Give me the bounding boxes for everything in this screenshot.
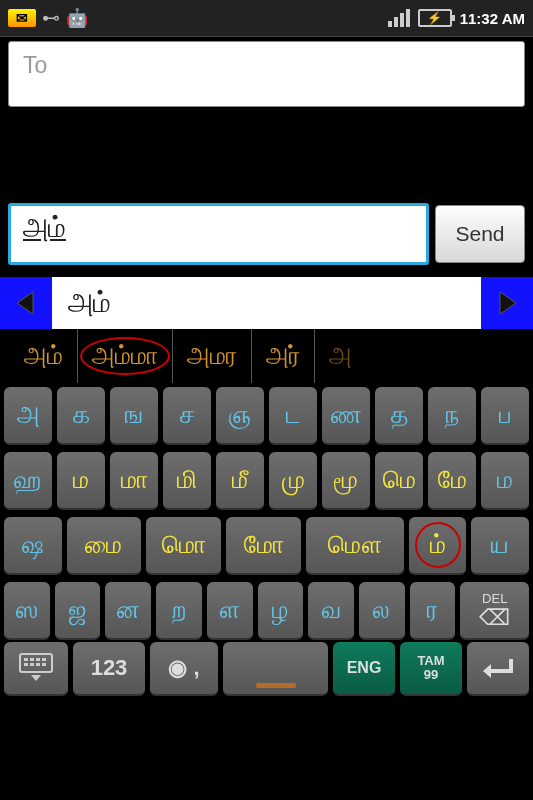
key[interactable]: மெ bbox=[375, 452, 423, 510]
lang-tam-key[interactable]: TAM 99 bbox=[400, 642, 462, 696]
suggestion-item[interactable]: அம் bbox=[10, 329, 78, 383]
voice-key[interactable]: ◉ , bbox=[150, 642, 218, 696]
key[interactable]: ழ bbox=[258, 582, 304, 640]
key[interactable]: ண bbox=[322, 387, 370, 445]
signal-icon bbox=[388, 9, 410, 27]
key[interactable]: மோ bbox=[226, 517, 301, 575]
key[interactable]: ன bbox=[105, 582, 151, 640]
key[interactable]: மை bbox=[67, 517, 142, 575]
suggestion-item[interactable]: அர் bbox=[252, 329, 315, 383]
backspace-icon: ⌫ bbox=[479, 607, 510, 629]
key[interactable]: அ bbox=[4, 387, 52, 445]
suggestion-item[interactable]: அமர bbox=[173, 329, 252, 383]
svg-rect-6 bbox=[30, 663, 34, 666]
status-time: 11:32 AM bbox=[460, 10, 525, 27]
delete-key[interactable]: DEL ⌫ bbox=[460, 582, 529, 640]
lang-eng-key[interactable]: ENG bbox=[333, 642, 395, 696]
send-button[interactable]: Send bbox=[435, 205, 525, 263]
key[interactable]: மி bbox=[163, 452, 211, 510]
key[interactable]: ந bbox=[428, 387, 476, 445]
keyboard-bottom-row: 123 ◉ , ENG TAM 99 bbox=[0, 642, 533, 702]
key[interactable]: ஜ bbox=[55, 582, 101, 640]
key[interactable]: த bbox=[375, 387, 423, 445]
usb-icon: ⊷ bbox=[42, 7, 60, 29]
key[interactable]: ற bbox=[156, 582, 202, 640]
key[interactable]: மே bbox=[428, 452, 476, 510]
battery-icon: ⚡ bbox=[418, 9, 452, 27]
key[interactable]: ம bbox=[481, 452, 529, 510]
enter-key[interactable] bbox=[467, 642, 529, 696]
key[interactable]: மொ bbox=[146, 517, 221, 575]
key[interactable]: ப bbox=[481, 387, 529, 445]
key[interactable]: மௌ bbox=[306, 517, 404, 575]
space-key[interactable] bbox=[223, 642, 328, 696]
key[interactable]: ம bbox=[57, 452, 105, 510]
key[interactable]: ம் bbox=[409, 517, 467, 575]
svg-rect-1 bbox=[24, 658, 28, 661]
key[interactable]: ர bbox=[410, 582, 456, 640]
candidate-main[interactable]: அம் bbox=[52, 277, 481, 329]
key[interactable]: மீ bbox=[216, 452, 264, 510]
android-icon: 🤖 bbox=[66, 7, 88, 29]
svg-rect-5 bbox=[24, 663, 28, 666]
svg-rect-3 bbox=[36, 658, 40, 661]
svg-rect-4 bbox=[42, 658, 46, 661]
svg-rect-2 bbox=[30, 658, 34, 661]
sms-icon: ✉ bbox=[8, 9, 36, 27]
status-bar: ✉ ⊷ 🤖 ⚡ 11:32 AM bbox=[0, 0, 533, 36]
key[interactable]: ல bbox=[359, 582, 405, 640]
suggestion-bar: அம் அம்மா அமர அர் அ bbox=[0, 329, 533, 383]
key[interactable]: மூ bbox=[322, 452, 370, 510]
key[interactable]: ஷ bbox=[4, 517, 62, 575]
key[interactable]: வ bbox=[308, 582, 354, 640]
svg-rect-8 bbox=[42, 663, 46, 666]
key[interactable]: மு bbox=[269, 452, 317, 510]
next-candidate-arrow[interactable] bbox=[481, 277, 533, 329]
to-field[interactable]: To bbox=[8, 41, 525, 107]
delete-label: DEL bbox=[482, 591, 507, 606]
compose-input[interactable]: அம் bbox=[8, 203, 429, 265]
key[interactable]: ஹ bbox=[4, 452, 52, 510]
suggestion-item[interactable]: அம்மா bbox=[78, 329, 173, 383]
key[interactable]: மா bbox=[110, 452, 158, 510]
key[interactable]: ட bbox=[269, 387, 317, 445]
svg-rect-7 bbox=[36, 663, 40, 666]
key[interactable]: ஸ bbox=[4, 582, 50, 640]
keyboard-toggle-key[interactable] bbox=[4, 642, 68, 696]
suggestion-item[interactable]: அ bbox=[315, 329, 366, 383]
key[interactable]: ஞ bbox=[216, 387, 264, 445]
key[interactable]: ச bbox=[163, 387, 211, 445]
key[interactable]: ள bbox=[207, 582, 253, 640]
numbers-key[interactable]: 123 bbox=[73, 642, 145, 696]
prev-candidate-arrow[interactable] bbox=[0, 277, 52, 329]
key[interactable]: ங bbox=[110, 387, 158, 445]
keyboard: அ க ங ச ஞ ட ண த ந ப ஹ ம மா மி மீ மு மூ ம… bbox=[0, 383, 533, 642]
key[interactable]: ய bbox=[471, 517, 529, 575]
key[interactable]: க bbox=[57, 387, 105, 445]
